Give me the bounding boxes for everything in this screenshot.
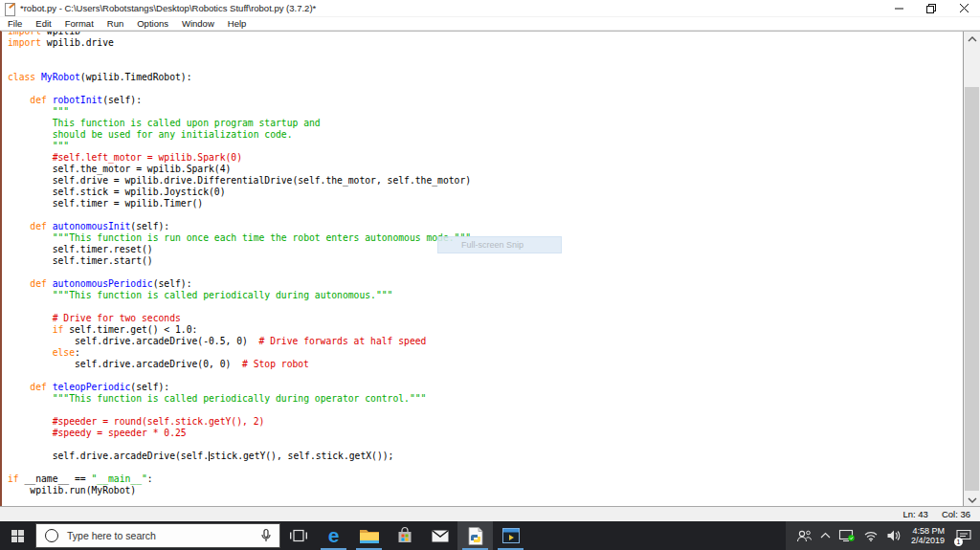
volume-icon (887, 530, 900, 541)
taskbar-mail-button[interactable] (422, 521, 457, 550)
people-button[interactable] (791, 521, 816, 550)
mail-icon (432, 530, 449, 542)
minimize-button[interactable] (882, 0, 915, 16)
code-line: """ (8, 106, 963, 118)
menu-run[interactable]: Run (100, 17, 130, 30)
menu-edit[interactable]: Edit (29, 17, 57, 30)
window-controls (882, 0, 980, 16)
code-line: self.drive = wpilib.drive.DifferentialDr… (8, 175, 963, 187)
close-button[interactable] (947, 0, 980, 16)
restore-icon (926, 4, 936, 13)
code-line: self.drive.arcadeDrive(0, 0) # Stop robo… (8, 359, 963, 370)
task-view-icon (290, 529, 307, 542)
code-line (8, 405, 963, 416)
minimize-icon (895, 4, 903, 12)
search-placeholder: Type here to search (67, 530, 261, 541)
code-line: This function is called upon program sta… (8, 118, 963, 129)
menu-window[interactable]: Window (175, 17, 221, 30)
action-center-button[interactable]: 1 (951, 521, 980, 550)
python-idle-icon (468, 527, 483, 545)
taskbar-python-idle-button[interactable] (457, 521, 493, 550)
menu-bar: File Edit Format Run Options Window Help (0, 17, 980, 31)
microphone-icon[interactable] (261, 529, 271, 542)
status-col: Col: 36 (942, 509, 970, 519)
code-line (8, 462, 963, 473)
code-line (8, 439, 963, 451)
device-icon (839, 530, 855, 541)
file-explorer-icon (360, 528, 379, 543)
wifi-icon (864, 531, 878, 541)
code-line (8, 60, 963, 72)
cortana-circle-icon (45, 529, 58, 542)
code-line: wpilib.run(MyRobot) (8, 485, 963, 496)
code-line: class MyRobot(wpilib.TimedRobot): (8, 72, 963, 83)
code-line: if self.timer.get() < 1.0: (8, 324, 963, 336)
editor-pane[interactable]: import wpilibimport wpilib.drive class M… (0, 31, 980, 507)
restore-button[interactable] (915, 0, 947, 16)
system-tray: 4:58 PM 2/4/2019 1 (786, 521, 980, 550)
clock-time: 4:58 PM (912, 526, 945, 536)
idle-file-icon (5, 3, 16, 15)
menu-format[interactable]: Format (58, 17, 100, 30)
search-box[interactable]: Type here to search (35, 523, 280, 548)
show-hidden-icons-button[interactable] (816, 521, 835, 550)
code-line: import wpilib.drive (8, 37, 963, 49)
code-line: else: (8, 347, 963, 359)
snip-tooltip: Full-screen Snip (437, 236, 562, 253)
code-line: should be used for any initialization co… (8, 129, 963, 141)
screen: *robot.py - C:\Users\Robotstangs\Desktop… (0, 0, 980, 550)
snip-tooltip-label: Full-screen Snip (461, 240, 523, 250)
code-line: # Drive for two seconds (8, 313, 963, 324)
notification-badge: 1 (954, 538, 963, 546)
code-line (8, 267, 963, 278)
code-line: """This function is called periodically … (8, 290, 963, 301)
status-bar: Ln: 43 Col: 36 (0, 506, 980, 521)
store-icon (397, 528, 412, 543)
clock[interactable]: 4:58 PM 2/4/2019 (904, 526, 951, 545)
people-icon (796, 530, 812, 542)
device-status-button[interactable] (835, 521, 859, 550)
taskbar-store-button[interactable] (387, 521, 422, 550)
code-line: def autonomousPeriodic(self): (8, 278, 963, 290)
code-line: self.the_motor = wpilib.Spark(4) (8, 164, 963, 175)
code-line: self.drive.arcadeDrive(self.stick.getY()… (8, 451, 963, 462)
taskbar-labview-button[interactable] (493, 521, 528, 550)
code-line: self.stick = wpilib.Joystick(0) (8, 187, 963, 198)
status-line: Ln: 43 (902, 509, 927, 519)
menu-file[interactable]: File (0, 17, 29, 30)
code-line: #self.left_motor = wpilib.Spark(0) (8, 152, 963, 164)
code-line (8, 83, 963, 95)
task-view-button[interactable] (280, 521, 316, 550)
scroll-up-arrow-icon[interactable] (964, 32, 980, 47)
code-line: def teleopPeriodic(self): (8, 382, 963, 393)
edge-icon: e (328, 526, 340, 545)
title-bar: *robot.py - C:\Users\Robotstangs\Desktop… (0, 0, 980, 17)
menu-options[interactable]: Options (130, 17, 175, 30)
code-line: if __name__ == "__main__": (8, 473, 963, 485)
network-button[interactable] (859, 521, 882, 550)
taskbar-edge-button[interactable]: e (316, 521, 351, 550)
code-line (8, 49, 963, 60)
vertical-scrollbar[interactable] (963, 32, 980, 507)
taskbar: Type here to search e (0, 521, 980, 550)
code-area[interactable]: import wpilibimport wpilib.drive class M… (8, 31, 963, 496)
chevron-up-icon (821, 533, 830, 539)
clock-date: 2/4/2019 (911, 536, 945, 545)
window-title: *robot.py - C:\Users\Robotstangs\Desktop… (20, 3, 316, 13)
code-line: """This function is called periodically … (8, 393, 963, 405)
code-line: self.timer = wpilib.Timer() (8, 198, 963, 209)
taskbar-explorer-button[interactable] (351, 521, 387, 550)
start-button[interactable] (0, 521, 35, 550)
close-icon (960, 4, 969, 12)
menu-help[interactable]: Help (221, 17, 254, 30)
code-line: def robotInit(self): (8, 95, 963, 106)
scrollbar-thumb[interactable] (965, 87, 979, 491)
volume-button[interactable] (882, 521, 904, 550)
start-icon (11, 530, 24, 542)
code-line: self.timer.start() (8, 255, 963, 267)
code-line (8, 209, 963, 221)
code-line: #speedy = speeder * 0.25 (8, 428, 963, 439)
code-line: #speeder = round(self.stick.getY(), 2) (8, 416, 963, 428)
code-line: self.drive.arcadeDrive(-0.5, 0) # Drive … (8, 336, 963, 347)
scroll-down-arrow-icon[interactable] (964, 492, 980, 507)
